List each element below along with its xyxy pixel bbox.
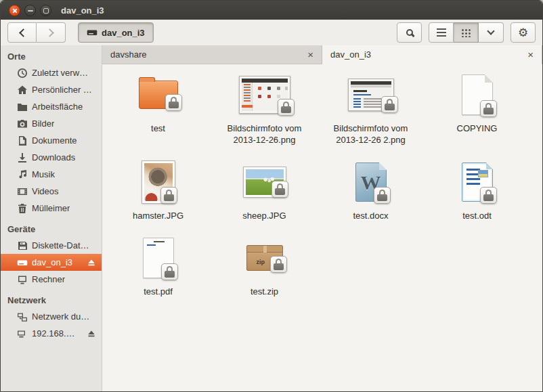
sidebar-item-videos[interactable]: Videos bbox=[1, 183, 102, 200]
clock-icon bbox=[17, 68, 28, 79]
sidebar-item-music[interactable]: Musik bbox=[1, 166, 102, 183]
file-name: test.zip bbox=[251, 286, 278, 298]
chevron-down-icon bbox=[487, 27, 494, 35]
network-icon bbox=[17, 311, 28, 322]
eject-button[interactable] bbox=[87, 329, 96, 339]
file-item-screenshot-1[interactable]: Bildschirmfoto vom 2013-12-26.png bbox=[211, 70, 318, 146]
sidebar-item-label: Zuletzt verw… bbox=[32, 68, 88, 78]
file-item-test-docx[interactable]: W test.docx bbox=[318, 157, 424, 222]
toolbar: dav_on_i3 ⚙ bbox=[1, 20, 542, 45]
sidebar-item-dav-on-i3[interactable]: dav_on_i3 bbox=[1, 254, 102, 271]
lock-emblem-icon bbox=[374, 187, 391, 204]
sidebar-item-label: Arbeitsfläche bbox=[32, 102, 83, 112]
sidebar-item-browse-network[interactable]: Netzwerk du… bbox=[1, 308, 102, 325]
window-title: dav_on_i3 bbox=[61, 5, 104, 16]
file-item-copying[interactable]: COPYING bbox=[424, 70, 530, 146]
lock-emblem-icon bbox=[160, 187, 177, 204]
section-header-devices: Geräte bbox=[1, 221, 102, 237]
grid-view-button[interactable] bbox=[454, 22, 479, 43]
close-button[interactable] bbox=[9, 5, 20, 16]
file-item-hamster-jpg[interactable]: hamster.JPG bbox=[105, 157, 211, 222]
sidebar-item-label: Rechner bbox=[32, 274, 65, 284]
sidebar-item-network-drive[interactable]: 192.168.… bbox=[1, 325, 102, 342]
maximize-button[interactable] bbox=[40, 5, 51, 16]
search-button[interactable] bbox=[397, 22, 422, 43]
file-name: test bbox=[151, 123, 165, 135]
settings-button[interactable]: ⚙ bbox=[511, 22, 536, 43]
sidebar-item-trash[interactable]: Mülleimer bbox=[1, 200, 102, 217]
sidebar-item-home[interactable]: Persönlicher … bbox=[1, 81, 102, 98]
lock-emblem-icon bbox=[165, 94, 182, 111]
sidebar-item-label: Persönlicher … bbox=[32, 85, 92, 95]
music-icon bbox=[17, 169, 28, 180]
file-item-test-folder[interactable]: test bbox=[105, 70, 211, 146]
places-sidebar: Orte Zuletzt verw… Persönlicher … Arbeit… bbox=[1, 45, 102, 391]
file-item-test-zip[interactable]: zip test.zip bbox=[211, 233, 318, 298]
location-button[interactable]: dav_on_i3 bbox=[78, 22, 154, 43]
sidebar-item-recent[interactable]: Zuletzt verw… bbox=[1, 64, 102, 81]
photo-thumbnail-icon bbox=[244, 167, 286, 197]
sidebar-item-label: Downloads bbox=[32, 152, 75, 162]
titlebar[interactable]: dav_on_i3 bbox=[1, 1, 542, 20]
floppy-icon bbox=[17, 240, 28, 251]
file-item-test-odt[interactable]: test.odt bbox=[424, 157, 530, 222]
lock-emblem-icon bbox=[270, 256, 287, 273]
pdf-document-icon bbox=[143, 238, 174, 278]
lock-emblem-icon bbox=[480, 187, 497, 204]
sidebar-item-label: Dokumente bbox=[32, 135, 77, 146]
sidebar-item-floppy[interactable]: Diskette-Dat… bbox=[1, 237, 102, 254]
lock-emblem-icon bbox=[278, 99, 295, 116]
lock-emblem-icon bbox=[480, 100, 497, 117]
chevron-right-icon bbox=[45, 28, 54, 37]
sidebar-item-documents[interactable]: Dokumente bbox=[1, 132, 102, 149]
folder-icon bbox=[17, 102, 28, 112]
drive-icon bbox=[87, 27, 97, 38]
sidebar-item-label: 192.168.… bbox=[32, 328, 75, 339]
document-icon bbox=[17, 135, 28, 146]
file-name: hamster.JPG bbox=[133, 211, 183, 222]
screenshot-thumbnail-icon bbox=[239, 76, 290, 114]
sidebar-item-label: dav_on_i3 bbox=[32, 257, 72, 267]
close-icon[interactable]: × bbox=[526, 49, 535, 60]
minimize-button[interactable] bbox=[24, 5, 36, 16]
tab-bar: davshare × dav_on_i3 × bbox=[102, 45, 542, 64]
computer-icon bbox=[17, 274, 28, 285]
file-item-test-pdf[interactable]: test.pdf bbox=[105, 233, 211, 298]
folder-icon bbox=[139, 81, 178, 109]
view-options-button[interactable] bbox=[479, 22, 504, 43]
tab-dav-on-i3[interactable]: dav_on_i3 × bbox=[322, 45, 542, 64]
drive-icon bbox=[17, 257, 28, 268]
file-name: test.odt bbox=[462, 211, 492, 222]
eject-icon bbox=[87, 258, 96, 267]
trash-icon bbox=[17, 203, 28, 214]
main-pane: davshare × dav_on_i3 × test bbox=[102, 45, 542, 391]
film-icon bbox=[17, 186, 28, 197]
eject-button[interactable] bbox=[87, 258, 96, 267]
forward-button[interactable] bbox=[37, 22, 66, 43]
window-body: Orte Zuletzt verw… Persönlicher … Arbeit… bbox=[1, 45, 542, 391]
location-label: dav_on_i3 bbox=[102, 28, 145, 38]
history-nav-group bbox=[7, 22, 66, 43]
zip-archive-icon: zip bbox=[246, 245, 283, 271]
list-view-button[interactable] bbox=[429, 22, 454, 43]
network-drive-icon bbox=[17, 328, 28, 339]
gear-icon: ⚙ bbox=[518, 27, 528, 39]
word-document-icon: W bbox=[355, 162, 387, 202]
file-item-screenshot-2[interactable]: Bildschirmfoto vom 2013-12-26 2.png bbox=[318, 70, 424, 146]
section-header-places: Orte bbox=[1, 48, 102, 64]
file-item-sheep-jpg[interactable]: sheep.JPG bbox=[211, 157, 318, 222]
back-button[interactable] bbox=[7, 22, 37, 43]
sidebar-item-desktop[interactable]: Arbeitsfläche bbox=[1, 98, 102, 115]
file-name: COPYING bbox=[457, 123, 498, 135]
sidebar-item-label: Videos bbox=[32, 186, 59, 196]
text-document-icon bbox=[462, 74, 493, 115]
sidebar-item-label: Musik bbox=[32, 169, 55, 179]
tab-davshare[interactable]: davshare × bbox=[102, 45, 322, 64]
sidebar-item-pictures[interactable]: Bilder bbox=[1, 115, 102, 132]
sidebar-item-computer[interactable]: Rechner bbox=[1, 271, 102, 288]
sidebar-item-label: Diskette-Dat… bbox=[32, 240, 89, 251]
sidebar-item-downloads[interactable]: Downloads bbox=[1, 149, 102, 166]
lock-emblem-icon bbox=[161, 263, 178, 280]
file-name: sheep.JPG bbox=[242, 211, 286, 222]
close-icon[interactable]: × bbox=[306, 49, 315, 60]
